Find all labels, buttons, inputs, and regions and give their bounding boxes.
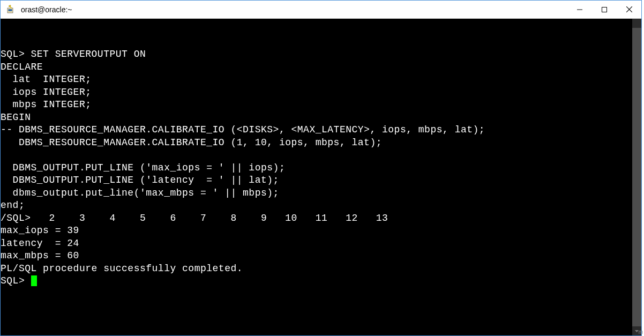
terminal-line: iops INTEGER; — [1, 86, 641, 99]
terminal-line: BEGIN — [1, 111, 641, 124]
putty-window: orast@oracle:~ SQL> SET SERVEROUTPUT OND… — [0, 0, 642, 336]
terminal-line: SQL> SET SERVEROUTPUT ON — [1, 48, 641, 61]
svg-line-2 — [10, 6, 12, 8]
maximize-button[interactable] — [592, 1, 617, 18]
terminal-line: DBMS_RESOURCE_MANAGER.CALIBRATE_IO (1, 1… — [1, 137, 641, 150]
terminal-line: DECLARE — [1, 61, 641, 74]
cursor — [31, 275, 37, 286]
terminal-line: end; — [1, 199, 641, 212]
terminal-line — [1, 149, 641, 162]
terminal-line: lat INTEGER; — [1, 73, 641, 86]
terminal-line: mbps INTEGER; — [1, 99, 641, 111]
terminal-line: PL/SQL procedure successfully completed. — [1, 263, 641, 275]
terminal-line: SQL> — [1, 275, 641, 288]
terminal-line: latency = 24 — [1, 237, 641, 250]
window-title: orast@oracle:~ — [21, 5, 567, 14]
terminal-area[interactable]: SQL> SET SERVEROUTPUT ONDECLARE lat INTE… — [1, 19, 641, 335]
scrollbar-vertical[interactable] — [632, 19, 641, 335]
scrollbar-thumb[interactable] — [632, 28, 641, 326]
svg-point-4 — [10, 5, 11, 6]
close-button[interactable] — [617, 1, 641, 18]
watermark-text: m — [639, 329, 643, 335]
terminal-line: /SQL> 2 3 4 5 6 7 8 9 10 11 12 13 — [1, 212, 641, 225]
terminal-line: DBMS_OUTPUT.PUT_LINE ('max_iops = ' || i… — [1, 162, 641, 175]
putty-icon — [6, 4, 17, 15]
window-controls — [567, 1, 641, 18]
titlebar[interactable]: orast@oracle:~ — [1, 1, 641, 19]
terminal-line: DBMS_OUTPUT.PUT_LINE ('latency = ' || la… — [1, 174, 641, 187]
svg-rect-6 — [602, 7, 607, 12]
terminal-line: dbms_output.put_line('max_mbps = ' || mb… — [1, 187, 641, 200]
terminal-line: -- DBMS_RESOURCE_MANAGER.CALIBRATE_IO (<… — [1, 124, 641, 137]
minimize-button[interactable] — [567, 1, 592, 18]
terminal-line: max_iops = 39 — [1, 225, 641, 237]
svg-rect-1 — [9, 9, 12, 11]
terminal-line: max_mbps = 60 — [1, 250, 641, 263]
